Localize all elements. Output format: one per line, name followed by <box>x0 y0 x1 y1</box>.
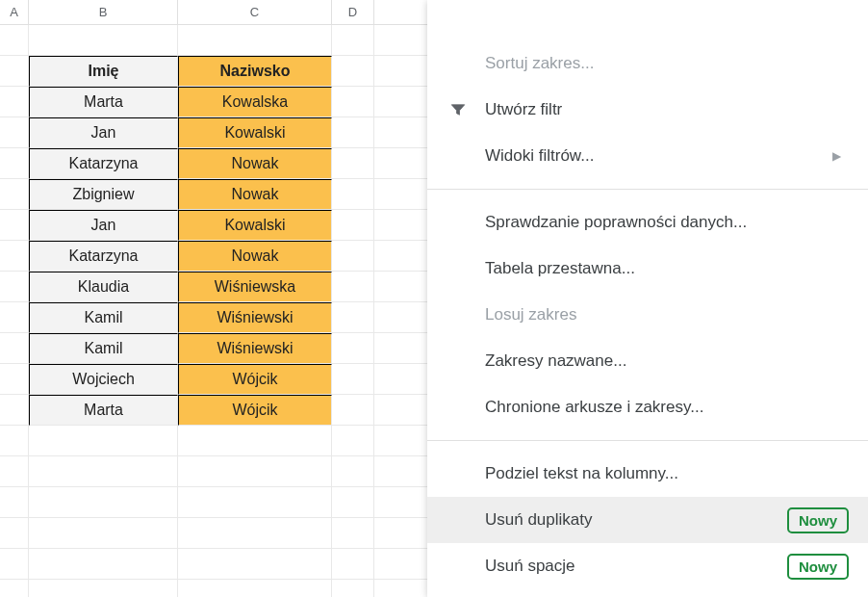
column-header-A[interactable]: A <box>0 0 29 24</box>
menu-item-create-filter[interactable]: Utwórz filtr <box>427 87 868 133</box>
cell[interactable] <box>29 549 178 580</box>
cell[interactable] <box>332 333 374 364</box>
cell[interactable] <box>332 302 374 333</box>
cell[interactable] <box>332 487 374 518</box>
cell[interactable] <box>29 456 178 487</box>
column-header-D[interactable]: D <box>332 0 374 24</box>
cell[interactable] <box>332 56 374 87</box>
cell-firstname[interactable]: Wojciech <box>29 364 178 395</box>
cell[interactable] <box>178 487 332 518</box>
menu-item-label: Losuj zakres <box>485 305 576 324</box>
menu-item-split-text[interactable]: Podziel tekst na kolumny... <box>427 451 868 497</box>
cell[interactable] <box>0 117 29 148</box>
cell-firstname[interactable]: Kamil <box>29 333 178 364</box>
cell-lastname[interactable]: Kowalski <box>178 117 332 148</box>
cell[interactable] <box>332 518 374 549</box>
menu-item-remove-duplicates[interactable]: Usuń duplikaty Nowy <box>427 497 868 543</box>
menu-item-label: Usuń duplikaty <box>485 510 593 530</box>
cell-lastname[interactable]: Nowak <box>178 148 332 179</box>
cell-lastname[interactable]: Wójcik <box>178 395 332 426</box>
cell[interactable] <box>332 580 374 597</box>
cell[interactable] <box>29 487 178 518</box>
cell[interactable] <box>332 549 374 580</box>
cell[interactable] <box>0 518 29 549</box>
cell-firstname[interactable]: Marta <box>29 395 178 426</box>
menu-item-pivot-table[interactable]: Tabela przestawna... <box>427 246 868 292</box>
table-header-firstname[interactable]: Imię <box>29 56 178 87</box>
cell[interactable] <box>0 302 29 333</box>
cell-lastname[interactable]: Kowalski <box>178 210 332 241</box>
cell[interactable] <box>332 364 374 395</box>
cell-lastname[interactable]: Wójcik <box>178 364 332 395</box>
cell[interactable] <box>29 518 178 549</box>
cell-lastname[interactable]: Nowak <box>178 179 332 210</box>
cell[interactable] <box>332 210 374 241</box>
menu-item-label: Tabela przestawna... <box>485 259 635 278</box>
cell[interactable] <box>0 272 29 302</box>
cell[interactable] <box>332 241 374 272</box>
cell-firstname[interactable]: Kamil <box>29 302 178 333</box>
cell[interactable] <box>178 580 332 597</box>
cell[interactable] <box>332 395 374 426</box>
column-header-B[interactable]: B <box>29 0 178 24</box>
cell-firstname[interactable]: Zbigniew <box>29 179 178 210</box>
cell-firstname[interactable]: Marta <box>29 87 178 117</box>
cell[interactable] <box>332 456 374 487</box>
cell[interactable] <box>178 518 332 549</box>
menu-item-filter-views[interactable]: Widoki filtrów... ▶ <box>427 133 868 179</box>
cell[interactable] <box>0 148 29 179</box>
cell[interactable] <box>0 56 29 87</box>
cell[interactable] <box>332 179 374 210</box>
cell-firstname[interactable]: Klaudia <box>29 272 178 302</box>
cell[interactable] <box>0 179 29 210</box>
cell[interactable] <box>0 456 29 487</box>
cell[interactable] <box>0 25 29 56</box>
cell-firstname[interactable]: Katarzyna <box>29 148 178 179</box>
cell-lastname[interactable]: Wiśniewska <box>178 272 332 302</box>
menu-item-label: Sortuj zakres... <box>485 54 594 73</box>
cell-lastname[interactable]: Kowalska <box>178 87 332 117</box>
cell[interactable] <box>332 426 374 456</box>
cell[interactable] <box>29 580 178 597</box>
menu-item-named-ranges[interactable]: Zakresy nazwane... <box>427 338 868 384</box>
cell[interactable] <box>332 25 374 56</box>
menu-item-data-validation[interactable]: Sprawdzanie poprawności danych... <box>427 199 868 246</box>
menu-item-label: Usuń spacje <box>485 557 575 576</box>
cell-firstname[interactable]: Jan <box>29 117 178 148</box>
cell[interactable] <box>0 426 29 456</box>
cell-lastname[interactable]: Wiśniewski <box>178 333 332 364</box>
menu-item-protected-sheets[interactable]: Chronione arkusze i zakresy... <box>427 384 868 430</box>
cell[interactable] <box>178 456 332 487</box>
cell[interactable] <box>332 148 374 179</box>
filter-icon <box>448 100 468 119</box>
cell[interactable] <box>0 580 29 597</box>
menu-item-trim-whitespace[interactable]: Usuń spacje Nowy <box>427 543 868 589</box>
cell[interactable] <box>0 210 29 241</box>
cell[interactable] <box>332 117 374 148</box>
menu-divider <box>427 440 868 441</box>
cell[interactable] <box>178 549 332 580</box>
cell[interactable] <box>332 272 374 302</box>
column-header-C[interactable]: C <box>178 0 332 24</box>
cell[interactable] <box>0 395 29 426</box>
cell-firstname[interactable]: Jan <box>29 210 178 241</box>
cell[interactable] <box>0 333 29 364</box>
cell[interactable] <box>0 87 29 117</box>
cell[interactable] <box>0 241 29 272</box>
cell[interactable] <box>29 25 178 56</box>
cell[interactable] <box>29 426 178 456</box>
menu-item-randomize-range: Losuj zakres <box>427 292 868 338</box>
cell-lastname[interactable]: Nowak <box>178 241 332 272</box>
table-header-lastname[interactable]: Naziwsko <box>178 56 332 87</box>
menu-item-label: Sprawdzanie poprawności danych... <box>485 213 747 232</box>
menu-item-label: Chronione arkusze i zakresy... <box>485 398 703 417</box>
cell[interactable] <box>0 549 29 580</box>
cell[interactable] <box>178 426 332 456</box>
cell[interactable] <box>178 25 332 56</box>
menu-divider <box>427 189 868 190</box>
cell-lastname[interactable]: Wiśniewski <box>178 302 332 333</box>
cell[interactable] <box>0 487 29 518</box>
cell[interactable] <box>0 364 29 395</box>
cell-firstname[interactable]: Katarzyna <box>29 241 178 272</box>
cell[interactable] <box>332 87 374 117</box>
